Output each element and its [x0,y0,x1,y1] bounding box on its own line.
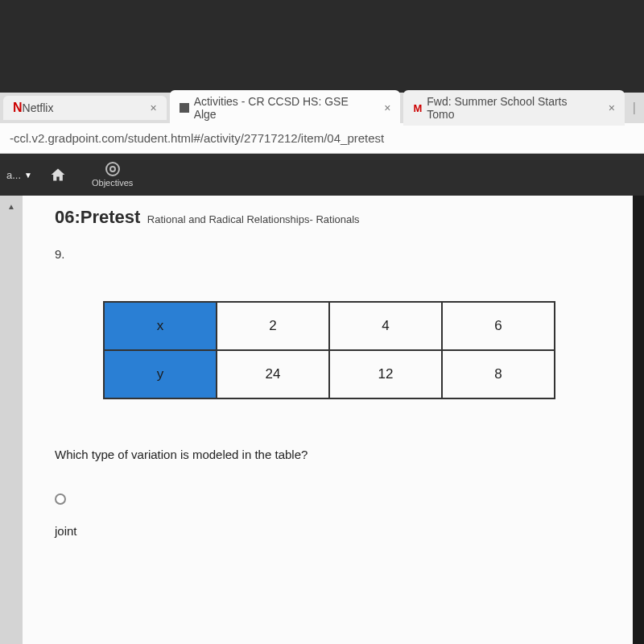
close-icon[interactable]: × [150,101,156,114]
question-panel: 06:Pretest Rational and Radical Relation… [23,196,644,644]
data-table: x 2 4 6 y 24 12 8 [103,301,555,399]
tab-netflix[interactable]: N Netflix × [3,96,167,120]
answer-option[interactable] [55,493,625,505]
netflix-icon: N [13,101,23,115]
close-icon[interactable]: × [609,101,615,114]
option-label: joint [55,524,625,538]
desktop-background-top [0,0,644,93]
tab-gmail[interactable]: M Fwd: Summer School Starts Tomo × [403,90,624,126]
cell: 2 [217,302,329,350]
row-header-y: y [104,350,217,398]
close-icon[interactable]: × [384,101,390,114]
home-button[interactable] [45,163,71,186]
cell: 24 [217,350,329,398]
tab-label: Activities - CR CCSD HS: GSE Alge [194,95,374,121]
tab-separator: | [633,101,636,115]
gmail-icon: M [413,102,422,114]
cell: 8 [442,350,555,398]
question-text: Which type of variation is modeled in th… [55,448,625,461]
scroll-up-icon[interactable]: ▲ [7,202,15,211]
url-text: -ccl.v2.gradpoint.com/student.html#/acti… [10,131,384,145]
app-toolbar: a... ▼ Objectives [0,154,644,196]
title-main: 06:Pretest [55,207,140,227]
browser-tabs: N Netflix × Activities - CR CCSD HS: GSE… [0,93,644,123]
row-header-x: x [104,302,217,350]
table-row: y 24 12 8 [104,350,555,398]
objectives-button[interactable]: Objectives [87,159,138,191]
tab-label: Fwd: Summer School Starts Tomo [427,95,597,121]
scroll-rail[interactable]: ▲ [0,196,23,644]
home-icon [50,167,66,183]
tab-label: Netflix [23,101,54,114]
dropdown-icon[interactable]: ▼ [24,171,32,180]
title-sub: Rational and Radical Relationships- Rati… [147,213,360,225]
content-area: ▲ 06:Pretest Rational and Radical Relati… [0,196,644,644]
objectives-label: Objectives [92,178,133,188]
site-icon [180,103,189,113]
cell: 6 [442,302,555,350]
cell: 4 [329,302,442,350]
target-icon [105,162,120,176]
address-bar[interactable]: -ccl.v2.gradpoint.com/student.html#/acti… [0,123,644,154]
side-label: a... [6,169,21,181]
table-row: x 2 4 6 [104,302,555,350]
photo-edge [633,196,644,644]
cell: 12 [329,350,442,398]
radio-button[interactable] [55,493,66,505]
tab-activities[interactable]: Activities - CR CCSD HS: GSE Alge × [170,90,401,126]
question-number: 9. [55,247,625,261]
page-title: 06:Pretest Rational and Radical Relation… [55,207,625,228]
